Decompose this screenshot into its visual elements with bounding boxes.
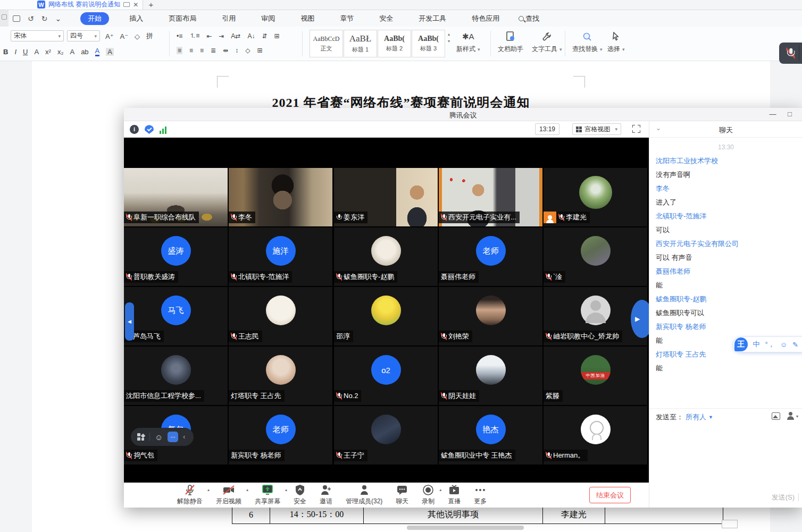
underline-button[interactable]: U bbox=[23, 48, 28, 56]
video-tile[interactable]: 邵淳 bbox=[334, 287, 438, 345]
undo-icon[interactable]: ↺ bbox=[28, 14, 34, 23]
ime-logo-icon[interactable]: 王 bbox=[734, 337, 748, 351]
start-video-button[interactable]: 开启视频▴ bbox=[216, 484, 241, 506]
video-tile[interactable]: 施洋 北镇职专-范施洋 bbox=[229, 227, 332, 286]
video-tile[interactable]: 灯塔职专 王占先 bbox=[229, 347, 332, 405]
ime-punctuation-icon[interactable]: °， bbox=[765, 340, 775, 349]
tab-home[interactable]: 开始 bbox=[80, 12, 109, 25]
bullet-list-icon[interactable]: •≡ bbox=[177, 32, 182, 40]
record-button[interactable]: 录制▴ bbox=[422, 484, 435, 506]
insert-table-icon[interactable]: ⊞ bbox=[274, 32, 279, 40]
text-direction-icon[interactable]: A⇄ bbox=[231, 32, 240, 40]
meeting-security-shield-icon[interactable] bbox=[145, 125, 154, 134]
fullscreen-icon[interactable] bbox=[632, 125, 640, 133]
strikethrough-button[interactable]: A bbox=[34, 48, 39, 56]
tab-special-features[interactable]: 特色应用 bbox=[466, 12, 505, 25]
decrease-font-icon[interactable]: A⁻ bbox=[120, 32, 129, 40]
tab-page-layout[interactable]: 页面布局 bbox=[163, 12, 202, 25]
send-button[interactable]: 发送(S) bbox=[772, 493, 795, 502]
print-preview-icon[interactable] bbox=[13, 15, 20, 22]
italic-button[interactable]: I bbox=[14, 48, 16, 56]
chevron-up-icon[interactable]: ▴ bbox=[246, 487, 248, 492]
increase-font-icon[interactable]: A⁺ bbox=[105, 32, 114, 40]
chat-button[interactable]: 聊天 bbox=[396, 484, 408, 506]
meeting-info-icon[interactable]: i bbox=[130, 125, 139, 134]
security-button[interactable]: 安全 bbox=[294, 484, 306, 506]
chevron-up-icon[interactable]: ▴ bbox=[439, 487, 441, 492]
shading-icon[interactable]: ◇ bbox=[245, 47, 250, 54]
send-to-select[interactable]: 发送至： 所有人 ▼ bbox=[656, 412, 713, 422]
pinyin-guide-icon[interactable]: 拼 bbox=[146, 31, 153, 41]
tab-references[interactable]: 引用 bbox=[216, 12, 241, 25]
chat-bubble-icon[interactable]: ⋯ bbox=[168, 432, 178, 442]
find-replace-button[interactable]: 查找替换▾ bbox=[572, 31, 603, 54]
chat-sender[interactable]: 新宾职专 杨老师 bbox=[656, 320, 796, 334]
more-button[interactable]: 更多 bbox=[474, 484, 487, 506]
ime-emoji-icon[interactable]: ☺ bbox=[780, 341, 787, 349]
video-tile[interactable]: Herman。 bbox=[544, 406, 647, 465]
align-center-icon[interactable]: ≡ bbox=[189, 47, 193, 54]
borders-icon[interactable]: ⊞ bbox=[257, 47, 262, 54]
highlight-button[interactable]: ab bbox=[81, 48, 88, 56]
doc-assistant-button[interactable]: 文档助手 bbox=[498, 31, 523, 54]
tab-pin-icon[interactable] bbox=[123, 2, 130, 7]
font-name-select[interactable]: 宋体▾ bbox=[11, 30, 64, 41]
scroll-corner[interactable] bbox=[722, 520, 738, 528]
find-control[interactable]: 查找 bbox=[519, 14, 539, 23]
paragraph-mark-icon[interactable]: ⇵ bbox=[262, 32, 267, 40]
video-tile[interactable]: 李冬 bbox=[229, 168, 332, 226]
emoji-icon[interactable]: ☺ bbox=[155, 433, 163, 442]
maximize-button[interactable]: □ bbox=[785, 110, 795, 118]
justify-icon[interactable]: ≣ bbox=[211, 47, 216, 54]
chevron-up-icon[interactable]: ▴ bbox=[285, 487, 287, 492]
video-tile[interactable]: `淦 bbox=[544, 227, 647, 286]
video-tile[interactable]: 王志民 bbox=[229, 287, 332, 345]
view-mode-select[interactable]: 宫格视图 ▾ bbox=[572, 123, 621, 135]
mention-member-icon[interactable]: ▾ bbox=[787, 412, 797, 420]
tab-security[interactable]: 安全 bbox=[374, 12, 398, 25]
video-tile[interactable]: 盛涛 普职教关盛涛 bbox=[124, 227, 228, 286]
ime-mode-icon[interactable]: 中 bbox=[753, 340, 760, 349]
style-heading3[interactable]: AaBb(标题 3 bbox=[412, 30, 445, 57]
distribute-icon[interactable]: ⇹ bbox=[223, 47, 228, 54]
invite-button[interactable]: 邀请 bbox=[320, 484, 332, 506]
video-tile[interactable]: 老师 聂丽伟老师 bbox=[439, 227, 542, 286]
chat-sender[interactable]: 沈阳市工业技术学校 bbox=[656, 154, 796, 168]
tab-dev-tools[interactable]: 开发工具 bbox=[413, 12, 452, 25]
video-tile[interactable]: 老师 新宾职专 杨老师 bbox=[229, 406, 332, 465]
chat-sender[interactable]: 北镇职专-范施洋 bbox=[656, 209, 796, 223]
redo-icon[interactable]: ↻ bbox=[41, 14, 48, 23]
number-list-icon[interactable]: ⒈≡ bbox=[189, 31, 199, 40]
scroll-down-icon[interactable]: ▾ bbox=[448, 39, 450, 44]
chat-sender[interactable]: 鲅鱼圈职专-赵鹏 bbox=[656, 292, 796, 306]
subscript-button[interactable]: x₂ bbox=[57, 48, 64, 56]
text-tool-button[interactable]: 文字工具▾ bbox=[532, 31, 562, 54]
bold-button[interactable]: B bbox=[3, 48, 8, 56]
video-tile[interactable]: o2 No.2 bbox=[334, 347, 438, 405]
video-tile[interactable]: 中国加油 紫滕 bbox=[544, 347, 647, 405]
video-tile[interactable]: 马飞 葫芦岛马飞 bbox=[124, 287, 228, 345]
rail-icon[interactable] bbox=[2, 14, 7, 20]
end-meeting-button[interactable]: 结束会议 bbox=[589, 487, 631, 503]
send-image-icon[interactable] bbox=[772, 412, 780, 420]
scroll-up-icon[interactable]: ▴ bbox=[448, 32, 450, 37]
document-tab[interactable]: W 网络布线 赛前说明会通知 ✕ bbox=[0, 0, 143, 10]
video-tile[interactable]: 西安开元电子实业有... bbox=[439, 168, 542, 226]
meeting-title-bar[interactable]: 腾讯会议 — □ bbox=[124, 108, 802, 121]
video-tile[interactable]: 阜新一职综合布线队 bbox=[124, 168, 228, 226]
chat-sender[interactable]: 西安开元电子实业有限公司 bbox=[656, 237, 796, 251]
video-tile-active-speaker[interactable]: 姜东洋 bbox=[334, 168, 438, 226]
select-button[interactable]: 选择▾ bbox=[607, 31, 625, 54]
style-heading2[interactable]: AaBb(标题 2 bbox=[378, 30, 411, 57]
chat-sender[interactable]: 聂丽伟老师 bbox=[656, 265, 796, 278]
increase-indent-icon[interactable]: ⇥ bbox=[219, 32, 224, 40]
clear-format-icon[interactable]: ◇ bbox=[135, 32, 140, 40]
align-right-icon[interactable]: ≡ bbox=[200, 47, 204, 54]
style-normal[interactable]: AaBbCcD正文 bbox=[310, 30, 343, 57]
manage-members-button[interactable]: 管理成员(32) bbox=[346, 484, 382, 506]
video-tile[interactable]: 李建光 bbox=[544, 168, 647, 226]
tab-close-icon[interactable]: ✕ bbox=[133, 2, 138, 8]
tab-section[interactable]: 章节 bbox=[335, 12, 359, 25]
video-tile[interactable]: 鲅鱼圈职专-赵鹏 bbox=[334, 227, 438, 286]
video-tile[interactable]: 沈阳市信息工程学校参... bbox=[124, 347, 228, 405]
